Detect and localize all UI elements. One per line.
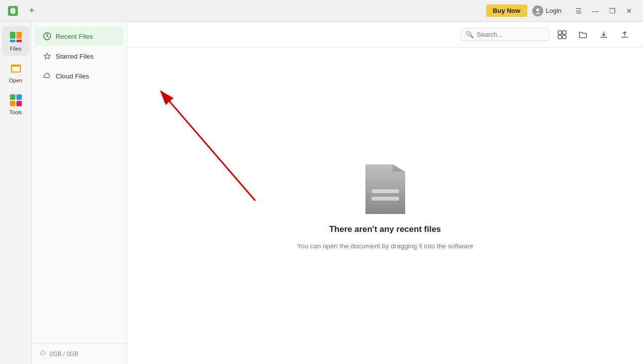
sidebar-item-starred[interactable]: Starred Files xyxy=(35,47,124,66)
sidebar-item-cloud[interactable]: Cloud Files xyxy=(35,67,124,85)
download-button[interactable] xyxy=(595,26,612,43)
storage-label: 0GB / 0GB xyxy=(50,351,78,358)
sidebar-item-open[interactable]: Open xyxy=(2,58,30,87)
empty-state: There aren't any recent files You can op… xyxy=(127,48,643,364)
sidebar-item-tools[interactable]: Tools xyxy=(2,89,30,119)
svg-rect-17 xyxy=(563,31,566,34)
search-icon: 🔍 xyxy=(466,31,474,38)
storage-footer: 0GB / 0GB xyxy=(32,343,127,364)
avatar xyxy=(532,5,543,16)
svg-rect-16 xyxy=(558,31,562,34)
svg-line-14 xyxy=(47,36,49,37)
svg-marker-15 xyxy=(44,53,51,59)
icon-nav: Files Open Tools xyxy=(0,22,32,364)
cloud-files-label: Cloud Files xyxy=(56,73,89,80)
svg-rect-5 xyxy=(16,40,22,42)
minimize-button[interactable]: — xyxy=(587,3,603,19)
new-tab-button[interactable]: + xyxy=(26,5,38,17)
search-box[interactable]: 🔍 xyxy=(460,28,550,41)
import-icon xyxy=(599,30,608,39)
svg-rect-11 xyxy=(16,101,22,106)
maximize-button[interactable]: ❐ xyxy=(604,3,620,19)
open-icon xyxy=(9,62,23,75)
sidebar-item-recent[interactable]: Recent Files xyxy=(35,27,124,46)
content-area: 🔍 xyxy=(127,22,643,364)
titlebar-right: Buy Now Login ☰ — ❐ ✕ xyxy=(486,3,637,19)
tools-icon xyxy=(9,93,23,107)
upload-button[interactable] xyxy=(616,26,633,43)
close-button[interactable]: ✕ xyxy=(621,3,637,19)
empty-subtitle: You can open the document by dragging it… xyxy=(297,242,473,250)
svg-rect-21 xyxy=(371,197,399,201)
svg-rect-20 xyxy=(371,189,399,193)
recent-files-label: Recent Files xyxy=(56,33,93,40)
sidebar: Recent Files Starred Files Cloud F xyxy=(32,22,127,364)
hamburger-button[interactable]: ☰ xyxy=(571,3,586,19)
sidebar-item-files[interactable]: Files xyxy=(2,26,30,56)
login-label: Login xyxy=(546,7,562,14)
svg-rect-8 xyxy=(10,94,15,100)
empty-title: There aren't any recent files xyxy=(329,224,441,234)
svg-rect-7 xyxy=(12,67,20,72)
cloud-storage-icon xyxy=(40,350,47,358)
content-toolbar: 🔍 xyxy=(127,22,643,48)
svg-rect-2 xyxy=(10,32,15,39)
main-area: Files Open Tools xyxy=(0,22,643,364)
export-icon xyxy=(620,30,629,39)
titlebar-left: + xyxy=(6,4,38,18)
window-controls: ☰ — ❐ ✕ xyxy=(571,3,637,19)
tools-nav-label: Tools xyxy=(9,109,22,115)
grid-view-button[interactable] xyxy=(554,26,571,43)
search-input[interactable] xyxy=(477,31,544,38)
svg-rect-19 xyxy=(563,35,566,39)
svg-rect-3 xyxy=(16,32,22,39)
app-logo xyxy=(6,4,20,18)
buy-now-button[interactable]: Buy Now xyxy=(486,4,528,17)
starred-files-label: Starred Files xyxy=(56,53,94,60)
folder-icon xyxy=(578,30,587,39)
titlebar: + Buy Now Login ☰ — ❐ ✕ xyxy=(0,0,643,22)
open-nav-label: Open xyxy=(9,77,22,83)
svg-point-1 xyxy=(536,8,539,11)
svg-rect-18 xyxy=(558,35,562,39)
empty-document-icon xyxy=(360,162,410,217)
svg-rect-9 xyxy=(16,94,22,100)
svg-rect-10 xyxy=(10,101,15,106)
clock-icon xyxy=(43,32,52,41)
files-icon xyxy=(9,30,23,44)
login-button[interactable]: Login xyxy=(532,5,562,16)
folder-button[interactable] xyxy=(574,26,591,43)
grid-icon xyxy=(558,30,567,39)
star-icon xyxy=(43,52,52,61)
sidebar-items: Recent Files Starred Files Cloud F xyxy=(32,22,127,343)
cloud-icon xyxy=(43,72,52,80)
files-nav-label: Files xyxy=(10,46,21,52)
svg-rect-4 xyxy=(10,40,15,42)
